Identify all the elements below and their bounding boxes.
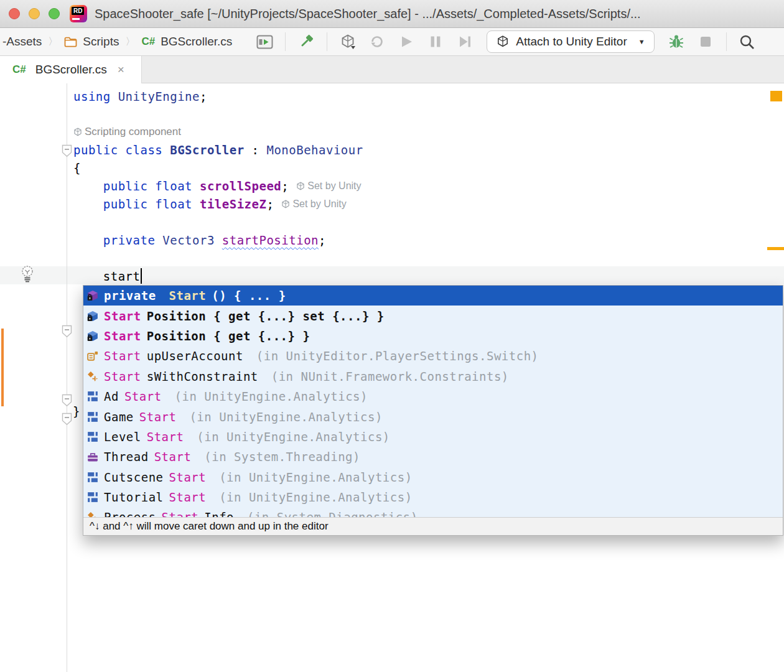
completion-text-segment: Start: [147, 430, 184, 444]
completion-popup: private Start() { ... }StartPosition { g…: [83, 285, 783, 536]
completion-text-segment: Start: [169, 289, 207, 302]
class-closing-brace: }: [73, 404, 80, 418]
step-icon: [456, 33, 474, 50]
code-token: Set by Unity: [307, 180, 361, 192]
enum-icon: [87, 350, 98, 362]
completion-text-segment: (in UnityEngine.Analytics): [212, 470, 412, 484]
close-window-button[interactable]: [9, 8, 20, 19]
code-line[interactable]: private Vector3 startPosition;: [73, 231, 326, 249]
stop-icon: [697, 33, 714, 50]
code-token: :: [245, 143, 267, 157]
code-token: scrollSpeed: [200, 179, 281, 193]
fold-marker-icon[interactable]: [62, 325, 72, 338]
completion-item[interactable]: private Start() { ... }: [83, 286, 783, 306]
text-caret: [141, 268, 142, 284]
completion-text-segment: Start: [104, 349, 141, 363]
code-line[interactable]: using UnityEngine;: [73, 87, 207, 105]
code-token: ;: [200, 90, 207, 103]
toolbar-separator: [726, 32, 727, 51]
code-line[interactable]: public class BGScroller : MonoBehaviour: [73, 141, 363, 159]
fold-marker-icon[interactable]: [62, 394, 72, 407]
completion-text-segment: (in NUnit.Framework.Constraints): [264, 370, 509, 383]
pause-icon: [427, 33, 444, 50]
ext-icon: [87, 511, 98, 517]
close-tab-icon[interactable]: ×: [118, 63, 124, 77]
intention-lightbulb-icon[interactable]: [19, 265, 35, 286]
fold-marker-icon[interactable]: [62, 144, 72, 157]
minimize-window-button[interactable]: [29, 8, 40, 19]
code-token: start: [73, 269, 140, 283]
completion-item[interactable]: AdStart (in UnityEngine.Analytics): [83, 386, 783, 406]
titlebar: RD SpaceShooter_safe [~/UnityProjects/Sp…: [0, 0, 784, 28]
breadcrumb-assets[interactable]: -Assets: [1, 35, 43, 49]
completion-text-segment: Process: [104, 510, 156, 517]
completion-text-segment: (in UnityEngine.Analytics): [212, 490, 412, 504]
rider-logo-icon: RD: [70, 5, 87, 22]
debug-bug-icon[interactable]: [668, 33, 685, 50]
fold-marker-icon[interactable]: [62, 413, 72, 426]
code-line[interactable]: public float tileSizeZ;Set by Unity: [73, 195, 347, 213]
completion-item[interactable]: GameStart (in UnityEngine.Analytics): [83, 406, 783, 426]
csharp-file-icon: C#: [12, 63, 26, 76]
breadcrumb-separator-icon: 〉: [125, 35, 135, 49]
completion-text-segment: Start: [169, 470, 207, 484]
rider-window: RD SpaceShooter_safe [~/UnityProjects/Sp…: [0, 0, 784, 672]
completion-text-segment: upUserAccount: [147, 349, 243, 363]
completion-text-segment: Start: [124, 390, 162, 403]
zoom-window-button[interactable]: [49, 8, 60, 19]
completion-text-segment: (in UnityEditor.PlayerSettings.Switch): [249, 349, 539, 363]
code-line[interactable]: start: [73, 267, 142, 285]
completion-hint: ^↓ and ^↑ will move caret down and up in…: [83, 517, 783, 535]
completion-item[interactable]: ThreadStart (in System.Threading): [83, 447, 783, 467]
method-lock-icon: [87, 290, 98, 301]
code-token: Scripting component: [85, 126, 181, 138]
vcs-change-marker[interactable]: [1, 329, 4, 406]
search-everywhere-icon[interactable]: [739, 33, 756, 50]
warning-stripe-mark[interactable]: [767, 247, 784, 250]
run-tool-window-icon[interactable]: [256, 33, 273, 50]
completion-text-segment: Start: [162, 510, 199, 517]
rerun-icon: [368, 33, 386, 50]
completion-item[interactable]: StartPosition { get {...} }: [83, 326, 783, 346]
completion-text-segment: Ad: [104, 390, 119, 403]
completion-text-segment: Start: [169, 490, 207, 504]
unity-icon: [296, 182, 305, 190]
chevron-down-icon: ▼: [638, 38, 645, 45]
code-line[interactable]: public float scrollSpeed;Set by Unity: [73, 177, 362, 195]
class-icon: [87, 472, 98, 483]
completion-item[interactable]: ProcessStartInfo (in System.Diagnostics): [83, 507, 783, 517]
editor-tab-bar: C# BGScroller.cs ×: [0, 56, 784, 83]
code-token: [73, 179, 103, 193]
build-hammer-icon[interactable]: [297, 33, 315, 50]
gutter-separator: [67, 83, 67, 672]
class-icon: [87, 492, 98, 503]
completion-item[interactable]: StartupUserAccount (in UnityEditor.Playe…: [83, 346, 783, 366]
delegate-icon: [87, 451, 98, 462]
attach-to-unity-editor-button[interactable]: Attach to Unity Editor ▼: [487, 30, 654, 53]
completion-item[interactable]: TutorialStart (in UnityEngine.Analytics): [83, 487, 783, 507]
code-line[interactable]: Scripting component: [73, 123, 181, 141]
completion-text-segment: Start: [139, 410, 177, 424]
unity-icon: [73, 128, 82, 136]
code-token: public float: [103, 179, 200, 193]
inspection-status-widget[interactable]: [770, 91, 782, 101]
run-icon: [398, 33, 415, 50]
folder-icon: [64, 37, 77, 47]
code-token: using: [73, 90, 118, 103]
prop-lock-icon: [87, 310, 98, 322]
completion-list: private Start() { ... }StartPosition { g…: [83, 286, 783, 517]
unity-run-config-icon[interactable]: [339, 33, 357, 50]
completion-item[interactable]: StartsWithConstraint (in NUnit.Framework…: [83, 366, 783, 386]
completion-item[interactable]: LevelStart (in UnityEngine.Analytics): [83, 427, 783, 447]
breadcrumb-scripts[interactable]: Scripts: [82, 35, 120, 49]
completion-item[interactable]: CutsceneStart (in UnityEngine.Analytics): [83, 467, 783, 487]
code-editor[interactable]: using UnityEngine;Scripting componentpub…: [0, 83, 784, 672]
breadcrumb-file[interactable]: BGScroller.cs: [159, 35, 233, 49]
class-icon: [87, 431, 98, 442]
tab-bgscroller[interactable]: C# BGScroller.cs ×: [0, 56, 142, 83]
completion-item[interactable]: StartPosition { get {...} set {...} }: [83, 306, 783, 325]
code-token: {: [73, 161, 81, 175]
code-line[interactable]: {: [73, 159, 81, 177]
completion-text-segment: Thread: [104, 450, 149, 464]
breadcrumb-separator-icon: 〉: [48, 35, 58, 49]
